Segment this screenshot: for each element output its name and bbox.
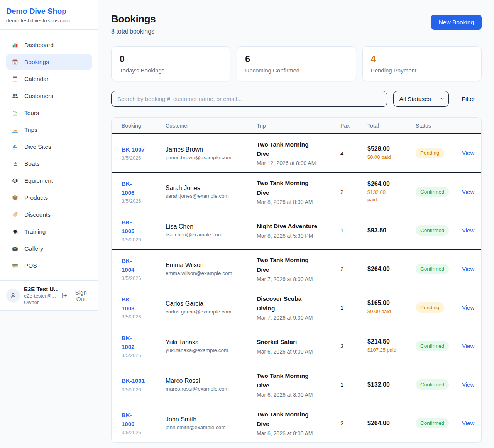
stat-value: 6 bbox=[245, 54, 347, 64]
table-row: BK- 1003 3/5/2026 Carlos Garcia carlos.g… bbox=[112, 288, 481, 327]
table-row: BK- 1000 3/5/2026 John Smith john.smith@… bbox=[112, 404, 481, 442]
booking-id-link[interactable]: BK- 1002 bbox=[122, 334, 160, 351]
trip-title: Two Tank Morning Dive bbox=[257, 256, 335, 274]
customer-name: Lisa Chen bbox=[166, 223, 251, 230]
calendar-icon bbox=[11, 75, 19, 83]
booking-date: 3/5/2026 bbox=[122, 237, 160, 243]
filter-button[interactable]: Filter bbox=[455, 96, 482, 103]
table-body: BK-1007 3/5/2026 James Brown james.brown… bbox=[112, 134, 481, 442]
paid-amount: $0.00 paid bbox=[367, 154, 410, 161]
view-link[interactable]: View bbox=[462, 304, 474, 311]
customer-name: Sarah Jones bbox=[166, 185, 251, 192]
customer-email: james.brown@example.com bbox=[166, 155, 251, 160]
customer-email: lisa.chen@example.com bbox=[166, 232, 251, 237]
booking-date: 3/5/2026 bbox=[122, 387, 160, 392]
sidebar-item-products[interactable]: Products bbox=[6, 190, 92, 205]
new-booking-button[interactable]: New Booking bbox=[431, 15, 482, 30]
trip-datetime: Mar 6, 2026 at 8:00 AM bbox=[257, 392, 335, 398]
bookings-icon: 17 bbox=[11, 58, 19, 66]
paid-amount: $132.00 paid bbox=[367, 189, 410, 204]
user-name: E2E Test U... bbox=[24, 286, 58, 292]
sidebar-item-calendar[interactable]: Calendar bbox=[6, 71, 92, 87]
total-amount: $132.00 bbox=[367, 381, 410, 388]
customers-icon bbox=[11, 92, 19, 100]
view-link[interactable]: View bbox=[462, 227, 474, 234]
pax-value: 1 bbox=[340, 227, 367, 234]
status-select-wrap: All Statuses bbox=[393, 91, 449, 107]
sidebar-item-customers[interactable]: Customers bbox=[6, 88, 92, 104]
view-link[interactable]: View bbox=[462, 381, 474, 388]
user-role: Owner bbox=[24, 300, 58, 305]
booking-id-link[interactable]: BK- 1005 bbox=[122, 218, 160, 236]
svg-text:17: 17 bbox=[14, 62, 17, 64]
customer-name: Emma Wilson bbox=[166, 262, 251, 269]
page-header: Bookings 8 total bookings New Booking bbox=[111, 13, 482, 35]
sidebar-item-equipment[interactable]: Equipment bbox=[6, 173, 92, 189]
sidebar-item-trips[interactable]: Trips bbox=[6, 122, 92, 138]
stat-label: Today's Bookings bbox=[120, 67, 222, 74]
trips-icon bbox=[11, 126, 19, 134]
stats-row: 0 Today's Bookings 6 Upcoming Confirmed … bbox=[111, 46, 482, 81]
trip-title: Snorkel Safari bbox=[257, 337, 335, 347]
page-subtitle: 8 total bookings bbox=[111, 28, 156, 35]
stat-card-today-s-bookings: 0 Today's Bookings bbox=[111, 46, 230, 81]
brand-block: Demo Dive Shop demo.test.divestreams.com bbox=[0, 0, 98, 30]
status-badge: Pending bbox=[416, 302, 444, 313]
sign-out-button[interactable]: Sign Out bbox=[61, 289, 92, 302]
sidebar-item-dive-sites[interactable]: Dive Sites bbox=[6, 139, 92, 155]
view-link[interactable]: View bbox=[462, 420, 474, 426]
sidebar-item-tours[interactable]: Tours bbox=[6, 105, 92, 121]
stat-value: 4 bbox=[371, 54, 473, 64]
status-select[interactable]: All Statuses bbox=[393, 91, 449, 107]
customer-email: carlos.garcia@example.com bbox=[166, 309, 251, 315]
trip-title: Two Tank Morning Dive bbox=[257, 140, 335, 158]
status-badge: Confirmed bbox=[416, 225, 449, 236]
stat-card-pending-payment: 4 Pending Payment bbox=[362, 46, 482, 81]
stat-card-upcoming-confirmed: 6 Upcoming Confirmed bbox=[237, 46, 356, 81]
booking-id-link[interactable]: BK-1007 bbox=[122, 145, 160, 154]
sign-out-label: Sign Out bbox=[70, 289, 92, 302]
trip-title: Discover Scuba Diving bbox=[257, 294, 335, 313]
customer-email: emma.wilson@example.com bbox=[166, 270, 251, 276]
customer-email: sarah.jones@example.com bbox=[166, 193, 251, 199]
booking-id-link[interactable]: BK- 1004 bbox=[122, 257, 160, 274]
sidebar-item-discounts[interactable]: Discounts bbox=[6, 207, 92, 222]
sidebar-item-gallery[interactable]: Gallery bbox=[6, 241, 92, 256]
user-icon bbox=[10, 292, 17, 299]
view-link[interactable]: View bbox=[462, 343, 474, 349]
column-header-pax: Pax bbox=[340, 123, 367, 129]
trip-datetime: Mar 6, 2026 at 8:00 AM bbox=[257, 430, 335, 436]
table-row: BK- 1005 3/5/2026 Lisa Chen lisa.chen@ex… bbox=[112, 211, 481, 249]
search-input[interactable] bbox=[111, 91, 387, 107]
sidebar-user-section: E2E Test U... e2e-tester@... Owner Sign … bbox=[0, 280, 98, 310]
total-amount: $528.00 bbox=[367, 145, 410, 152]
view-link[interactable]: View bbox=[462, 150, 474, 156]
booking-id-link[interactable]: BK-1001 bbox=[122, 377, 160, 386]
pax-value: 2 bbox=[340, 266, 367, 272]
table-row: BK- 1006 3/5/2026 Sarah Jones sarah.jone… bbox=[112, 172, 481, 211]
status-badge: Confirmed bbox=[416, 418, 449, 429]
sidebar-item-boats[interactable]: Boats bbox=[6, 156, 92, 172]
column-header-status: Status bbox=[415, 123, 461, 129]
sidebar-item-pos[interactable]: POS bbox=[6, 258, 92, 273]
booking-id-link[interactable]: BK- 1000 bbox=[122, 411, 160, 428]
booking-id-link[interactable]: BK- 1003 bbox=[122, 295, 160, 313]
filter-row: All Statuses Filter bbox=[111, 91, 482, 107]
view-link[interactable]: View bbox=[462, 266, 474, 272]
booking-id-link[interactable]: BK- 1006 bbox=[122, 180, 160, 197]
total-amount: $264.00 bbox=[367, 180, 410, 187]
user-email: e2e-tester@... bbox=[24, 293, 58, 299]
sidebar-item-training[interactable]: Training bbox=[6, 224, 92, 239]
boats-icon bbox=[11, 160, 19, 168]
sidebar-item-bookings[interactable]: 17 Bookings bbox=[6, 54, 92, 70]
customer-email: yuki.tanaka@example.com bbox=[166, 347, 251, 353]
trip-datetime: Mar 12, 2026 at 8:00 AM bbox=[257, 160, 335, 166]
sidebar-item-dashboard[interactable]: Dashboard bbox=[6, 37, 92, 53]
column-header-customer: Customer bbox=[165, 123, 256, 129]
view-link[interactable]: View bbox=[462, 189, 474, 195]
booking-date: 3/5/2026 bbox=[122, 352, 160, 358]
pax-value: 4 bbox=[340, 150, 367, 157]
pax-value: 3 bbox=[340, 343, 367, 349]
user-meta: E2E Test U... e2e-tester@... Owner bbox=[24, 286, 58, 305]
trip-datetime: Mar 8, 2026 at 5:30 PM bbox=[257, 233, 335, 239]
